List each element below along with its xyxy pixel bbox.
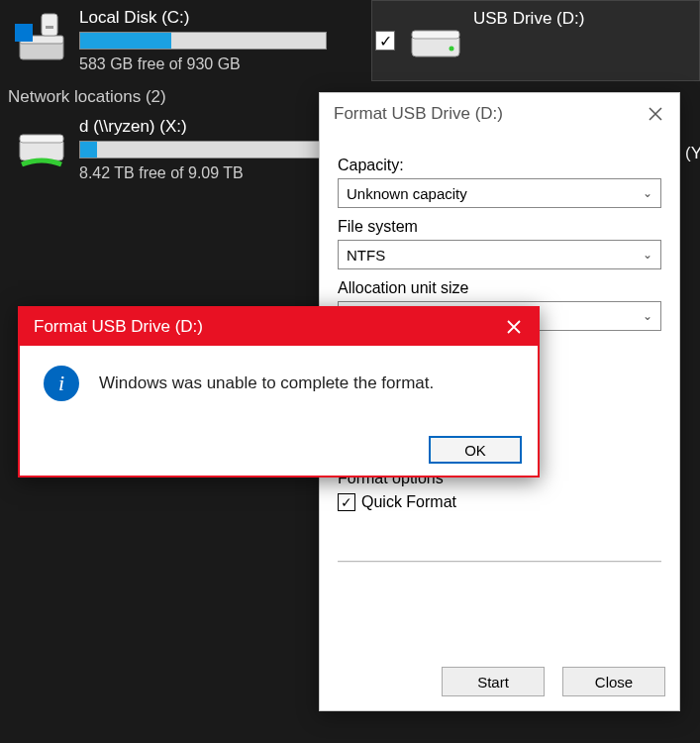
drive-name: Local Disk (C:) (79, 8, 359, 28)
svg-point-11 (450, 47, 454, 52)
drives-row: Local Disk (C:) 583 GB free of 930 GB ✓ … (0, 0, 700, 81)
drive-free-text: 583 GB free of 930 GB (79, 55, 359, 73)
local-disk-icon (12, 8, 71, 67)
info-icon: i (44, 366, 79, 401)
svg-rect-7 (42, 14, 57, 36)
capacity-value: Unknown capacity (347, 185, 467, 202)
quick-format-checkbox[interactable]: ✓ (338, 493, 355, 511)
drive-tile-local[interactable]: Local Disk (C:) 583 GB free of 930 GB (0, 0, 371, 81)
error-dialog: Format USB Drive (D:) i Windows was unab… (18, 306, 540, 478)
svg-rect-4 (24, 24, 32, 32)
close-icon[interactable] (504, 317, 524, 337)
drive-name: USB Drive (D:) (473, 9, 687, 29)
network-drive-icon (12, 117, 71, 176)
capacity-select[interactable]: Unknown capacity ⌄ (338, 178, 661, 208)
capacity-label: Capacity: (338, 157, 661, 174)
chevron-down-icon: ⌄ (643, 248, 652, 262)
chevron-down-icon: ⌄ (643, 309, 652, 323)
close-icon[interactable] (646, 104, 665, 124)
svg-rect-13 (20, 135, 63, 143)
svg-rect-3 (15, 24, 23, 32)
error-message: Windows was unable to complete the forma… (99, 373, 434, 393)
filesystem-select[interactable]: NTFS ⌄ (338, 240, 661, 269)
capacity-bar (79, 32, 327, 50)
drive-select-checkbox[interactable]: ✓ (375, 31, 395, 51)
allocation-label: Allocation unit size (338, 279, 661, 297)
chevron-down-icon: ⌄ (643, 186, 652, 200)
dialog-titlebar[interactable]: Format USB Drive (D:) (320, 93, 679, 135)
capacity-bar (79, 141, 327, 159)
filesystem-label: File system (338, 218, 661, 236)
ok-button[interactable]: OK (429, 436, 522, 464)
quick-format-label: Quick Format (361, 493, 456, 511)
truncated-text: (Y (685, 144, 700, 163)
divider (338, 561, 661, 563)
filesystem-value: NTFS (347, 247, 385, 264)
dialog-title: Format USB Drive (D:) (34, 317, 203, 337)
dialog-title: Format USB Drive (D:) (334, 104, 503, 124)
svg-rect-6 (24, 33, 32, 41)
close-button[interactable]: Close (562, 667, 665, 696)
usb-drive-icon (406, 9, 465, 68)
svg-rect-8 (46, 26, 53, 29)
start-button[interactable]: Start (442, 667, 545, 696)
svg-rect-5 (15, 33, 23, 41)
svg-rect-10 (412, 31, 459, 39)
dialog-titlebar[interactable]: Format USB Drive (D:) (20, 308, 538, 346)
drive-tile-usb[interactable]: ✓ USB Drive (D:) (371, 0, 700, 81)
